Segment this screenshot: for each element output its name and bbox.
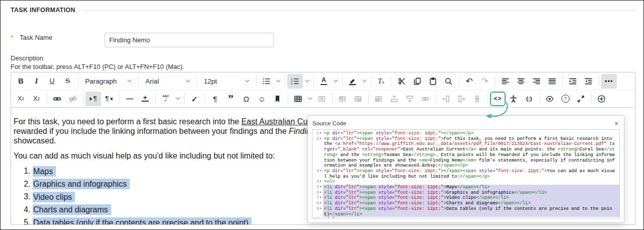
paragraph-marks-button[interactable]: ¶ <box>207 92 223 106</box>
redo-icon: ↷ <box>481 77 488 86</box>
numbered-list-button[interactable]: 123 <box>287 74 303 89</box>
insert-link-button[interactable] <box>49 92 65 106</box>
spell-check-button[interactable]: ABC✓ <box>158 92 174 106</box>
more-toolbar-button[interactable]: ••• <box>601 74 617 89</box>
page-break-button[interactable] <box>137 92 153 106</box>
table-icon <box>294 95 302 103</box>
cut-icon <box>397 77 406 86</box>
toolbar-group-divider <box>591 93 592 104</box>
preview-button[interactable] <box>542 92 557 106</box>
code-text: <li dir="ltr"><span style="font-size: 12… <box>323 185 619 190</box>
link-icon <box>53 95 61 103</box>
toolbar-group <box>335 92 366 106</box>
code-text: <p dir="ltr"><span style="font-size: 18p… <box>323 131 619 136</box>
checkmark-icon: ✓ <box>191 95 198 103</box>
task-name-row: * Task Name <box>11 34 52 41</box>
align-right-button[interactable] <box>529 74 544 89</box>
insert-table-button[interactable] <box>290 92 306 106</box>
horizontal-rule-button[interactable]: — <box>122 92 137 106</box>
insert-plus-button[interactable] <box>594 92 609 106</box>
toolbar-group-divider <box>119 93 120 104</box>
align-left-button[interactable] <box>498 74 513 89</box>
strikethrough-button[interactable]: S <box>60 74 75 89</box>
toolbar-group <box>259 74 282 89</box>
outdent-button[interactable] <box>581 74 596 89</box>
toolbar-group: ✓ <box>187 92 202 106</box>
code-text: </ol> <box>323 217 619 218</box>
insert-column-before-button <box>438 92 454 106</box>
chevron-down-icon <box>305 80 309 83</box>
paste-button[interactable] <box>425 74 441 89</box>
toolbar-group-divider <box>83 93 84 104</box>
toolbar-group <box>565 74 596 89</box>
subscript-button[interactable]: X2 <box>29 92 44 106</box>
toolbar-group <box>498 74 560 89</box>
superscript-button[interactable]: X2 <box>13 92 29 106</box>
emoticons-button[interactable]: ☺ <box>254 92 270 106</box>
left-to-right-icon: ¶ <box>90 95 97 102</box>
indent-button[interactable] <box>565 74 581 89</box>
text-color-button-chevron[interactable] <box>332 74 340 89</box>
code-sample-button[interactable]: {;} <box>521 92 537 106</box>
toolbar-group-divider <box>539 93 540 104</box>
spell-check-button-chevron[interactable] <box>174 92 182 106</box>
insert-table-button-chevron[interactable] <box>306 92 314 106</box>
toolbar-group: — <box>122 92 153 106</box>
highlight-color-button-chevron[interactable] <box>360 74 368 89</box>
font-size-select[interactable]: 12pt <box>199 74 254 89</box>
blockquote-icon: ” <box>228 96 233 101</box>
blockquote-button[interactable]: ” <box>223 92 238 106</box>
toolbar-group: ? <box>542 92 589 106</box>
font-family-select[interactable]: Arial <box>141 74 194 89</box>
source-code-textarea[interactable]: 1▾<p dir="ltr"><span style="font-size: 1… <box>312 129 620 218</box>
code-line: 8▾<li dir="ltr"><span style="font-size: … <box>312 201 619 206</box>
clear-formatting-button[interactable]: T× <box>373 74 389 89</box>
close-icon[interactable]: × <box>614 120 618 127</box>
toolbar-group-divider <box>495 75 496 87</box>
text-color-button[interactable]: A <box>316 74 332 89</box>
accessibility-checker-button[interactable] <box>506 92 521 106</box>
left-to-right-button[interactable]: ¶ <box>86 92 101 106</box>
search-button[interactable] <box>441 74 456 89</box>
toolbar-group-divider <box>436 93 436 104</box>
underline-icon: U <box>50 78 55 85</box>
bold-icon: B <box>18 78 23 85</box>
unlink-icon <box>68 95 77 103</box>
task-name-input[interactable] <box>105 33 274 47</box>
toolbar-group <box>345 74 368 89</box>
help-button[interactable]: ? <box>557 92 573 106</box>
line-number: 5▾ <box>312 185 323 190</box>
source-code-button[interactable]: <> <box>490 92 506 106</box>
highlight-color-button[interactable] <box>345 74 360 89</box>
cut-button[interactable] <box>394 74 410 89</box>
delete-column-icon <box>473 95 481 103</box>
toolbar-group: ¶”Ω☺ <box>207 92 285 106</box>
numbered-list-button-chevron[interactable] <box>303 74 311 89</box>
toolbar-group: 12pt <box>199 74 254 89</box>
bullet-list-button-chevron[interactable] <box>274 74 282 89</box>
line-number: 6▾ <box>312 190 323 196</box>
header-divider <box>83 10 635 11</box>
fullscreen-button[interactable] <box>573 92 589 106</box>
selected-list-text: Graphics and infographics <box>33 179 130 189</box>
toolbar-group-divider <box>184 93 185 104</box>
checkmark-button[interactable]: ✓ <box>187 92 202 106</box>
undo-button[interactable]: ↶ <box>461 74 477 89</box>
copy-button[interactable] <box>410 74 425 89</box>
highlight-color-icon <box>348 77 357 86</box>
special-character-button[interactable]: Ω <box>238 92 254 106</box>
underline-button[interactable]: U <box>44 74 60 89</box>
bullet-list-button[interactable] <box>259 74 274 89</box>
subscript-icon: X2 <box>33 96 40 102</box>
selected-list-text: Maps <box>33 166 56 177</box>
justify-button[interactable] <box>544 74 560 89</box>
bold-button[interactable]: B <box>13 74 29 89</box>
anchor-button[interactable] <box>270 92 285 106</box>
paragraph-style-select[interactable]: Paragraph <box>80 74 136 89</box>
font-family-select-value: Arial <box>145 78 159 85</box>
toolbar-group-divider <box>342 75 343 87</box>
right-to-left-button[interactable]: ¶ <box>101 92 117 106</box>
line-number: 4▾ <box>312 179 323 185</box>
italic-button[interactable]: I <box>29 74 44 89</box>
align-center-button[interactable] <box>513 74 529 89</box>
